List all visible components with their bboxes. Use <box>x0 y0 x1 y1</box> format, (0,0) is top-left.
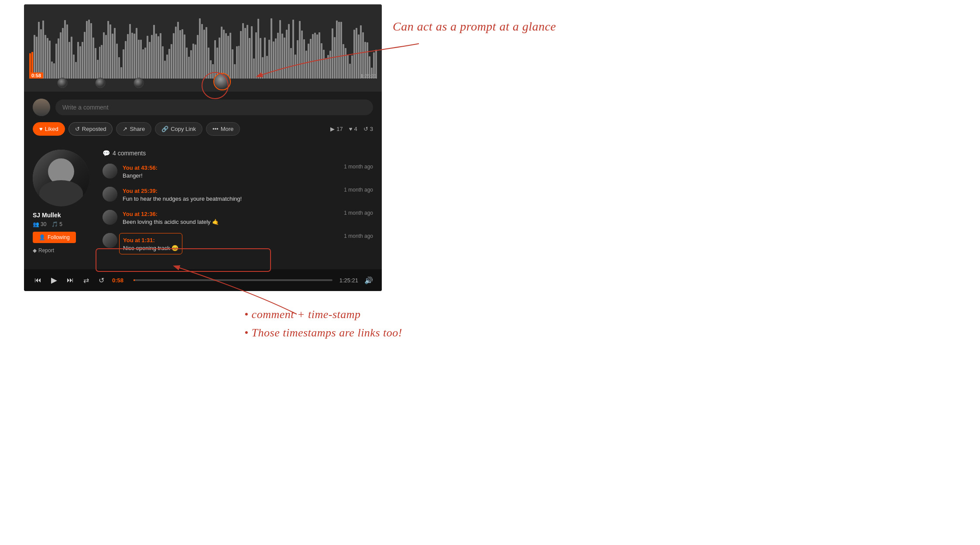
more-label: More <box>221 126 234 132</box>
more-button[interactable]: ••• More <box>206 122 240 136</box>
comment-timestamp-link[interactable]: You at 1:31: <box>123 237 155 243</box>
waveform-bar <box>303 39 305 79</box>
waveform-bar <box>134 34 135 79</box>
comment-timestamp-link[interactable]: You at 25:39: <box>123 188 158 194</box>
shuffle-button[interactable]: ⇄ <box>82 275 91 285</box>
waveform-bar <box>112 34 113 79</box>
profile-sidebar: SJ Mullek 👥 30 🎵 5 👤 Following ◆ Report <box>33 150 98 262</box>
reposts-count: 3 <box>370 126 373 132</box>
waveform-bar <box>110 24 111 79</box>
copy-link-label: Copy Link <box>171 126 196 132</box>
waveform-bar <box>129 24 131 79</box>
repost-stat-icon: ↺ <box>363 126 368 132</box>
waveform-bar <box>175 27 177 79</box>
comment-text: Banger! <box>123 172 158 179</box>
following-button[interactable]: 👤 Following <box>33 232 76 243</box>
waveform-bar <box>286 30 288 79</box>
skip-back-button[interactable]: ⏮ <box>33 275 43 285</box>
profile-avatar-large[interactable] <box>33 150 89 206</box>
waveform-bar <box>77 42 79 79</box>
waveform-bar <box>114 28 116 79</box>
waveform-bar <box>71 37 72 79</box>
tracks-count: 5 <box>59 221 62 227</box>
waveform-bar <box>362 32 364 79</box>
waveform-bar <box>247 25 248 79</box>
waveform-bar <box>47 38 48 79</box>
waveform-bar <box>345 48 346 79</box>
waveform-bar <box>290 48 292 79</box>
waveform-bar <box>266 56 268 79</box>
waveform-bar <box>38 22 40 79</box>
waveform-bar <box>249 38 250 79</box>
share-button[interactable]: ↗ Share <box>116 122 151 136</box>
following-person-icon: 👤 <box>39 234 45 240</box>
comments-section: 💬 4 comments You at 43:56: Banger! 1 mon… <box>98 150 373 262</box>
waveform-bar <box>142 49 144 79</box>
comment-time-ago: 1 month ago <box>344 210 373 216</box>
waveform-bar <box>351 55 353 79</box>
waveform-bar <box>162 46 164 79</box>
waveform-area[interactable]: 0:58 1:25:21 <box>24 4 382 92</box>
waveform-bar <box>66 24 68 79</box>
waveform-avatar-3 <box>134 78 144 88</box>
waveform-bar <box>95 48 96 79</box>
waveform-bar <box>155 34 157 79</box>
waveform-bar <box>219 38 220 79</box>
comment-timestamp-link[interactable]: You at 12:36: <box>123 211 158 217</box>
repost-icon: ↺ <box>75 126 80 132</box>
waveform-bar <box>257 19 259 79</box>
waveform-bar <box>271 18 272 79</box>
waveform-bar <box>79 46 81 79</box>
repost-button[interactable]: ↺ Reposted <box>69 122 113 136</box>
waveform-bar <box>101 45 103 79</box>
waveform-bar <box>127 34 129 79</box>
waveform-bar <box>297 40 298 79</box>
total-time-display: 1:25:21 <box>339 277 358 284</box>
followers-icon: 👥 <box>33 221 39 227</box>
waveform-bar <box>131 33 133 79</box>
comment-time-ago: 1 month ago <box>344 187 373 193</box>
comment-input[interactable] <box>55 99 373 115</box>
report-link[interactable]: ◆ Report <box>33 247 98 254</box>
waveform-bar <box>262 57 264 79</box>
waveform-bar <box>279 20 281 79</box>
comment-item-highlighted: You at 1:31: Nice opening track 😊 1 mont… <box>103 233 373 254</box>
waveform-bar <box>105 35 107 79</box>
volume-button[interactable]: 🔊 <box>364 276 373 284</box>
progress-bar[interactable] <box>134 279 332 281</box>
transport-bar: ⏮ ▶ ⏭ ⇄ ↺ 0:58 1:25:21 🔊 <box>24 269 382 291</box>
waveform-bar <box>221 27 223 79</box>
waveform-bar <box>251 26 253 79</box>
waveform-bar <box>116 44 118 79</box>
play-icon: ▶ <box>330 126 335 132</box>
waveform-bar <box>40 29 42 79</box>
waveform-bar <box>312 34 314 79</box>
skip-forward-button[interactable]: ⏭ <box>65 275 75 285</box>
copy-link-button[interactable]: 🔗 Copy Link <box>155 122 202 136</box>
tracks-icon: 🎵 <box>51 221 58 227</box>
play-button[interactable]: ▶ <box>49 274 59 286</box>
waveform-bar <box>340 22 342 79</box>
waveform-bar <box>136 28 137 79</box>
comment-avatar <box>103 187 117 202</box>
waveform-bar <box>347 55 349 79</box>
share-icon: ↗ <box>123 126 127 132</box>
comment-timestamp-link[interactable]: You at 43:56: <box>123 165 158 171</box>
liked-button[interactable]: ♥ Liked <box>33 122 65 136</box>
waveform-bar <box>236 46 238 79</box>
waveform-bar <box>255 32 257 79</box>
comment-time-ago: 1 month ago <box>344 164 373 170</box>
plays-count: 17 <box>336 126 343 132</box>
waveform-bar <box>308 44 309 79</box>
comment-text: Fun to hear the nudges as youre beatmatc… <box>123 195 242 202</box>
waveform-bar <box>69 42 70 79</box>
waveform-bar <box>197 35 199 79</box>
waveform-bar <box>60 32 62 79</box>
repeat-button[interactable]: ↺ <box>97 275 106 285</box>
waveform-bar <box>288 24 290 79</box>
current-time-display: 0:58 <box>112 277 127 284</box>
waveform-bar <box>301 31 303 79</box>
share-label: Share <box>130 126 145 132</box>
waveform-bar <box>214 40 216 79</box>
waveform-bar <box>332 28 333 79</box>
